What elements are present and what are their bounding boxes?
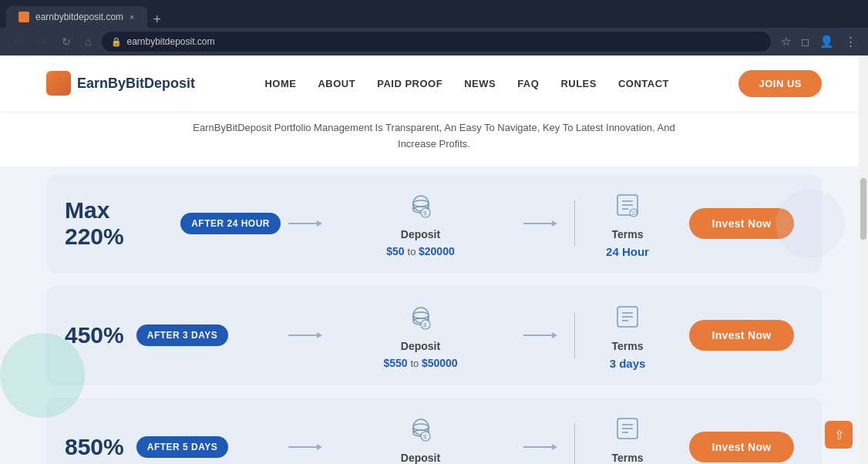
- arrow-line-1a: [288, 223, 318, 224]
- terms-icon-2: [612, 301, 643, 335]
- plan-card-2: 450% AFTER 3 DAYS $: [46, 286, 822, 385]
- plan-card-1: Max 220% AFTER 24 HOUR $: [46, 174, 822, 274]
- lock-icon: 🔒: [111, 37, 122, 47]
- url-display: earnbybitdeposit.com: [126, 36, 214, 47]
- nav-about[interactable]: ABOUT: [318, 78, 355, 89]
- scrollbar-thumb[interactable]: [860, 178, 866, 240]
- plan-deposit-2: $ Deposit $550 to $50000: [325, 301, 516, 369]
- tab-close-button[interactable]: ×: [130, 12, 134, 22]
- plan-deposit-1: $ Deposit $50 to $20000: [325, 190, 516, 257]
- svg-point-25: [413, 424, 429, 430]
- terms-label-2: Terms: [612, 340, 644, 352]
- bookmark-icon[interactable]: ☆: [779, 32, 793, 51]
- arrow-connector-2b: [523, 335, 553, 336]
- browser-tab[interactable]: earnbybitdeposit.com ×: [6, 6, 147, 28]
- menu-icon[interactable]: ⋮: [843, 32, 859, 51]
- terms-value-1: 24 Hour: [606, 245, 649, 258]
- plan-percentage-1: Max 220%: [65, 197, 168, 250]
- plan-badge-3: AFTER 5 DAYS: [136, 436, 229, 458]
- tab-bar: earnbybitdeposit.com × +: [0, 0, 868, 28]
- plan-terms-3: Terms 5 days: [589, 413, 666, 464]
- deposit-range-1: $50 to $20000: [386, 245, 454, 257]
- tab-label: earnbybitdeposit.com: [35, 12, 123, 22]
- profile-icon[interactable]: 👤: [817, 32, 836, 51]
- browser-chrome: earnbybitdeposit.com × + ← → ↻ ⌂ 🔒 earnb…: [0, 0, 868, 55]
- home-button[interactable]: ⌂: [82, 34, 94, 49]
- browser-addressbar: ← → ↻ ⌂ 🔒 earnbybitdeposit.com ☆ □ 👤 ⋮: [0, 28, 868, 55]
- plan-divider-1: [574, 200, 575, 247]
- svg-point-14: [413, 312, 429, 318]
- terms-label-3: Terms: [612, 452, 644, 464]
- terms-icon-1: 24: [612, 190, 643, 224]
- deposit-icon-3: $: [405, 413, 436, 447]
- plan-invest-area-3: Invest Now: [680, 432, 803, 462]
- logo-text: EarnByBitDeposit: [77, 76, 195, 92]
- logo-area: EarnByBitDeposit: [46, 71, 195, 96]
- plan-badge-1: AFTER 24 HOUR: [180, 213, 281, 234]
- plan-terms-2: Terms 3 days: [589, 301, 666, 370]
- deco-circle-bottom-left: [0, 333, 85, 418]
- deco-circle-1: [775, 189, 845, 258]
- terms-icon-3: [612, 413, 643, 447]
- arrow-line-1b: [523, 223, 553, 224]
- nav-rules[interactable]: RULES: [560, 78, 597, 89]
- arrow-connector-3a: [288, 446, 318, 448]
- forward-button[interactable]: →: [34, 34, 51, 49]
- plan-invest-area-2: Invest Now: [680, 320, 803, 351]
- plan-percentage-3: 850%: [65, 434, 124, 460]
- deposit-label-3: Deposit: [401, 452, 440, 464]
- svg-text:$: $: [423, 433, 427, 440]
- arrow-connector-3b: [523, 446, 553, 448]
- arrow-line-2a: [288, 335, 318, 336]
- plan-percentage-2: 450%: [65, 322, 124, 348]
- extensions-icon[interactable]: □: [799, 33, 811, 51]
- back-button[interactable]: ←: [9, 34, 26, 49]
- scrollbar-track[interactable]: [859, 55, 868, 464]
- invest-now-button-2[interactable]: Invest Now: [689, 320, 795, 351]
- banner-line2: Increase Profits.: [398, 138, 470, 150]
- terms-value-2: 3 days: [610, 357, 646, 370]
- plan-card-3: 850% AFTER 5 DAYS $: [46, 398, 822, 464]
- banner-line1: EarnByBitDeposit Portfolio Management Is…: [193, 122, 675, 133]
- tab-favicon: [19, 12, 29, 22]
- plan-deposit-3: $ Deposit $950 to $150000: [325, 413, 516, 464]
- arrow-connector-1a: [288, 223, 318, 224]
- nav-faq[interactable]: FAQ: [517, 78, 539, 89]
- plan-left-3: 850% AFTER 5 DAYS: [65, 434, 281, 460]
- arrow-line-2b: [523, 335, 553, 336]
- address-box[interactable]: 🔒 earnbybitdeposit.com: [102, 32, 770, 52]
- svg-point-1: [413, 200, 429, 207]
- navbar: EarnByBitDeposit HOME ABOUT PAID PROOF N…: [0, 55, 868, 111]
- plan-divider-3: [574, 424, 575, 464]
- terms-label-1: Terms: [612, 228, 644, 240]
- deposit-label-1: Deposit: [401, 228, 440, 240]
- new-tab-button[interactable]: +: [153, 12, 162, 28]
- svg-text:24: 24: [632, 210, 638, 216]
- back-to-top-button[interactable]: ⇧: [825, 421, 853, 449]
- invest-now-button-3[interactable]: Invest Now: [689, 432, 795, 462]
- deposit-icon-2: $: [405, 301, 436, 335]
- arrow-line-3a: [288, 446, 318, 448]
- deposit-label-2: Deposit: [401, 340, 440, 352]
- plan-left-2: 450% AFTER 3 DAYS: [65, 322, 281, 348]
- arrow-line-3b: [523, 446, 553, 448]
- deposit-range-2: $550 to $50000: [383, 357, 457, 369]
- banner-text: EarnByBitDeposit Portfolio Management Is…: [0, 111, 868, 166]
- logo-image: [46, 71, 71, 96]
- nav-links: HOME ABOUT PAID PROOF NEWS FAQ RULES CON…: [264, 78, 669, 89]
- plan-left-1: Max 220% AFTER 24 HOUR: [65, 197, 281, 250]
- nav-contact[interactable]: CONTACT: [618, 78, 669, 89]
- nav-news[interactable]: NEWS: [464, 78, 496, 89]
- plan-divider-2: [574, 312, 575, 358]
- deposit-icon-1: $: [405, 190, 436, 224]
- nav-paid-proof[interactable]: PAID PROOF: [377, 78, 442, 89]
- arrow-connector-2a: [288, 335, 318, 336]
- plan-badge-2: AFTER 3 DAYS: [136, 324, 229, 346]
- svg-text:$: $: [423, 321, 427, 328]
- join-us-button[interactable]: JOIN US: [738, 70, 822, 97]
- reload-button[interactable]: ↻: [59, 34, 74, 49]
- browser-actions: ☆ □ 👤 ⋮: [779, 32, 859, 51]
- nav-home[interactable]: HOME: [264, 78, 296, 89]
- plan-terms-1: 24 Terms 24 Hour: [589, 190, 666, 258]
- website: EarnByBitDeposit HOME ABOUT PAID PROOF N…: [0, 55, 868, 464]
